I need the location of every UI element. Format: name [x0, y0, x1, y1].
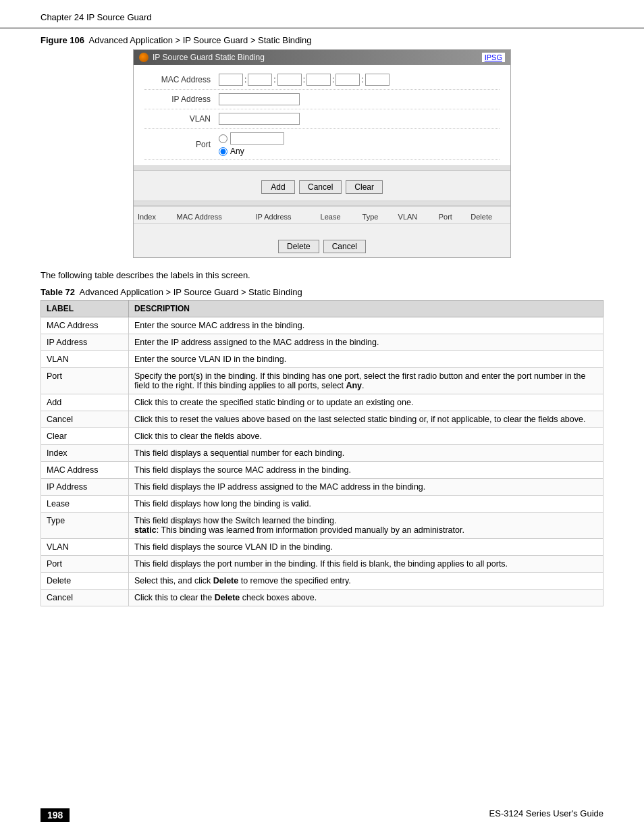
port-specific-input[interactable]: [230, 132, 284, 145]
vlan-input[interactable]: [219, 113, 300, 125]
col-type: Type: [358, 211, 394, 224]
mac-field-2[interactable]: [248, 74, 272, 86]
desc-table-row: CancelClick this to clear the Delete che…: [41, 589, 603, 606]
desc-row-label: VLAN: [41, 538, 129, 555]
table-empty-row: [134, 224, 510, 234]
vlan-label: VLAN: [144, 114, 219, 124]
clear-button[interactable]: Clear: [346, 180, 383, 194]
panel-separator-1: [134, 165, 510, 171]
col-port: Port: [435, 211, 467, 224]
col-delete: Delete: [466, 211, 510, 224]
mac-sep-5: :: [361, 75, 363, 84]
chapter-title: Chapter 24 IP Source Guard: [41, 12, 152, 22]
guide-title: ES-3124 Series User's Guide: [489, 808, 603, 822]
desc-row-label: Delete: [41, 572, 129, 589]
desc-table-row: PortThis field displays the port number …: [41, 555, 603, 572]
desc-row-label: Clear: [41, 427, 129, 444]
delete-button-row: Delete Cancel: [134, 234, 510, 257]
bindings-table: Index MAC Address IP Address Lease Type …: [134, 211, 510, 234]
cancel-button[interactable]: Cancel: [299, 180, 342, 194]
desc-row-label: Lease: [41, 495, 129, 512]
mac-sep-1: :: [244, 75, 246, 84]
ip-address-label: IP Address: [144, 95, 219, 104]
desc-table-row: LeaseThis field displays how long the bi…: [41, 495, 603, 512]
desc-row-label: VLAN: [41, 350, 129, 367]
desc-row-label: IP Address: [41, 478, 129, 495]
col-ip: IP Address: [252, 211, 317, 224]
col-index: Index: [134, 211, 172, 224]
ip-address-row: IP Address: [144, 90, 500, 109]
desc-row-description: This field displays how long the binding…: [129, 495, 603, 512]
desc-row-description: Enter the source VLAN ID in the binding.: [129, 350, 603, 367]
desc-row-label: IP Address: [41, 334, 129, 350]
desc-row-description: Enter the source MAC address in the bind…: [129, 317, 603, 334]
desc-row-description: Enter the IP address assigned to the MAC…: [129, 334, 603, 350]
desc-row-label: Index: [41, 444, 129, 461]
port-option-specific: [219, 132, 284, 145]
desc-table-row: DeleteSelect this, and click Delete to r…: [41, 572, 603, 589]
figure-label: Figure 106 Advanced Application > IP Sou…: [41, 35, 603, 45]
desc-row-description: Click this to clear the Delete check box…: [129, 589, 603, 606]
table72-label: Table 72 Advanced Application > IP Sourc…: [41, 287, 603, 297]
desc-row-label: Add: [41, 394, 129, 411]
add-button[interactable]: Add: [261, 180, 295, 194]
desc-row-description: This field displays how the Switch learn…: [129, 512, 603, 538]
desc-col-label: LABEL: [41, 300, 129, 317]
port-radio-any[interactable]: [219, 147, 227, 156]
panel-title-area: IP Source Guard Static Binding: [139, 53, 265, 62]
mac-field-1[interactable]: [219, 74, 243, 86]
table-header-row: Index MAC Address IP Address Lease Type …: [134, 211, 510, 224]
form-button-row: Add Cancel Clear: [134, 171, 510, 201]
port-label: Port: [144, 140, 219, 149]
col-vlan: VLAN: [394, 211, 435, 224]
desc-table: LABEL DESCRIPTION MAC AddressEnter the s…: [41, 300, 603, 606]
desc-row-label: Port: [41, 555, 129, 572]
bottom-cancel-button[interactable]: Cancel: [323, 240, 366, 253]
mac-field-3[interactable]: [277, 74, 302, 86]
panel-separator-2: [134, 201, 510, 206]
vlan-row: VLAN: [144, 109, 500, 129]
port-option-any: Any: [219, 147, 284, 156]
desc-table-row: TypeThis field displays how the Switch l…: [41, 512, 603, 538]
ipsg-link[interactable]: IPSG: [482, 53, 505, 62]
mac-sep-4: :: [332, 75, 334, 84]
mac-field-5[interactable]: [336, 74, 360, 86]
desc-table-row: PortSpecify the port(s) in the binding. …: [41, 367, 603, 394]
desc-row-label: Cancel: [41, 589, 129, 606]
col-lease: Lease: [317, 211, 358, 224]
desc-table-row: MAC AddressEnter the source MAC address …: [41, 317, 603, 334]
delete-button[interactable]: Delete: [278, 240, 319, 253]
desc-row-description: Click this to reset the values above bas…: [129, 411, 603, 427]
desc-row-description: This field displays the source VLAN ID i…: [129, 538, 603, 555]
mac-fields: : : : : :: [219, 74, 390, 86]
mac-field-4[interactable]: [306, 74, 331, 86]
desc-row-description: Select this, and click Delete to remove …: [129, 572, 603, 589]
desc-table-row: VLANThis field displays the source VLAN …: [41, 538, 603, 555]
desc-table-row: AddClick this to create the specified st…: [41, 394, 603, 411]
desc-row-label: Cancel: [41, 411, 129, 427]
desc-table-row: VLANEnter the source VLAN ID in the bind…: [41, 350, 603, 367]
mac-field-6[interactable]: [365, 74, 390, 86]
page-number: 198: [41, 808, 70, 822]
desc-table-row: IP AddressThis field displays the IP add…: [41, 478, 603, 495]
desc-row-description: Click this to clear the fields above.: [129, 427, 603, 444]
ip-address-input[interactable]: [219, 93, 300, 105]
desc-row-description: This field displays the source MAC addre…: [129, 461, 603, 478]
mac-address-row: MAC Address : : : : :: [144, 70, 500, 90]
panel-title: IP Source Guard Static Binding: [153, 53, 265, 62]
page-header: Chapter 24 IP Source Guard: [0, 0, 644, 28]
desc-row-description: This field displays a sequential number …: [129, 444, 603, 461]
ui-panel-header: IP Source Guard Static Binding IPSG: [134, 50, 510, 65]
port-options: Any: [219, 132, 284, 156]
desc-table-row: IndexThis field displays a sequential nu…: [41, 444, 603, 461]
mac-sep-3: :: [303, 75, 305, 84]
desc-table-row: IP AddressEnter the IP address assigned …: [41, 334, 603, 350]
port-row: Port Any: [144, 129, 500, 160]
page-footer: 198 ES-3124 Series User's Guide: [0, 808, 644, 822]
data-table-section: Index MAC Address IP Address Lease Type …: [134, 206, 510, 234]
desc-row-description: This field displays the port number in t…: [129, 555, 603, 572]
port-radio-specific[interactable]: [219, 134, 227, 143]
desc-table-row: MAC AddressThis field displays the sourc…: [41, 461, 603, 478]
panel-icon: [139, 53, 149, 62]
desc-table-row: CancelClick this to reset the values abo…: [41, 411, 603, 427]
